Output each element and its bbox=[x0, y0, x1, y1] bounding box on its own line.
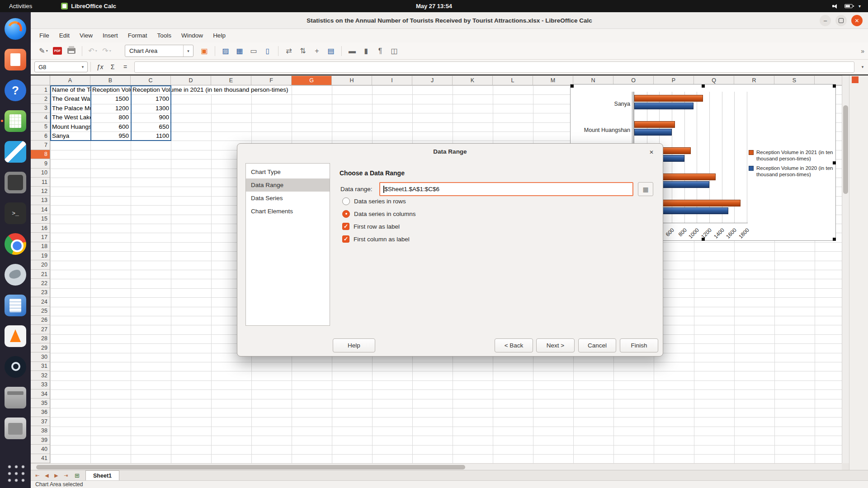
option-first-column-as-label[interactable]: First column as label bbox=[342, 235, 416, 243]
column-header-q[interactable]: Q bbox=[694, 76, 734, 85]
automatic-layout-icon[interactable]: ◫ bbox=[388, 45, 401, 57]
row-header-21[interactable]: 21 bbox=[31, 270, 50, 279]
row-header-32[interactable]: 32 bbox=[31, 371, 50, 380]
row-header-31[interactable]: 31 bbox=[31, 362, 50, 371]
row-header-9[interactable]: 9 bbox=[31, 159, 50, 168]
dialog-step-chart-elements[interactable]: Chart Elements bbox=[246, 205, 330, 218]
dialog-step-data-range[interactable]: Data Range bbox=[246, 178, 330, 192]
clock[interactable]: May 27 13:54 bbox=[416, 3, 452, 9]
checkbox-control[interactable] bbox=[342, 223, 349, 230]
previous-sheet-button[interactable]: ◀ bbox=[42, 470, 52, 481]
horizontal-scrollbar[interactable] bbox=[31, 463, 842, 470]
column-header-k[interactable]: K bbox=[453, 76, 493, 85]
steam-icon[interactable] bbox=[5, 356, 26, 378]
sheet-tab-sheet1[interactable]: Sheet1 bbox=[85, 470, 119, 480]
select-all-corner[interactable] bbox=[31, 75, 50, 85]
horizontal-grids-icon[interactable]: ▤ bbox=[325, 45, 337, 57]
redo-icon[interactable]: ↷▾ bbox=[100, 45, 113, 57]
column-header-l[interactable]: L bbox=[493, 76, 533, 85]
option-data-series-in-rows[interactable]: Data series in rows bbox=[342, 197, 416, 205]
cell-a1[interactable]: Name of the Tourist Attraction bbox=[50, 85, 90, 94]
chart-element-selector[interactable]: Chart Area ▾ bbox=[125, 45, 193, 57]
undo-icon[interactable]: ↶▾ bbox=[86, 45, 99, 57]
finish-button[interactable]: Finish bbox=[620, 338, 658, 352]
row-header-2[interactable]: 2 bbox=[31, 94, 50, 103]
legend-on-off-icon[interactable]: ▯ bbox=[261, 45, 274, 57]
row-header-25[interactable]: 25 bbox=[31, 306, 50, 315]
option-first-row-as-label[interactable]: First row as label bbox=[342, 222, 416, 230]
row-header-10[interactable]: 10 bbox=[31, 169, 50, 178]
column-header-f[interactable]: F bbox=[251, 76, 292, 85]
cell-a5[interactable]: Mount Huangshan bbox=[50, 122, 90, 131]
cell-b6[interactable]: 950 bbox=[90, 131, 131, 141]
column-header-c[interactable]: C bbox=[131, 76, 171, 85]
bar-2020-1[interactable] bbox=[634, 103, 693, 109]
row-header-30[interactable]: 30 bbox=[31, 352, 50, 361]
vertical-scroll-thumb[interactable] bbox=[843, 105, 848, 194]
vlc-icon[interactable] bbox=[5, 325, 26, 347]
add-sheet-button[interactable]: ⊞ bbox=[72, 470, 82, 481]
archive-manager-icon[interactable] bbox=[5, 387, 26, 408]
files-icon[interactable] bbox=[5, 418, 26, 439]
column-header-r[interactable]: R bbox=[734, 76, 774, 85]
activities-button[interactable]: Activities bbox=[9, 3, 32, 9]
system-tray[interactable]: ▾ bbox=[832, 4, 861, 9]
menu-file[interactable]: File bbox=[34, 29, 54, 42]
formula-input[interactable] bbox=[134, 61, 854, 73]
cell-a2[interactable]: The Great Wall bbox=[50, 94, 90, 103]
row-header-34[interactable]: 34 bbox=[31, 389, 50, 399]
help-icon[interactable]: ? bbox=[5, 80, 26, 101]
game-icon[interactable] bbox=[5, 264, 26, 286]
function-wizard-button[interactable]: ƒx bbox=[94, 61, 106, 73]
row-header-28[interactable]: 28 bbox=[31, 334, 50, 343]
name-box-dropdown-icon[interactable]: ▾ bbox=[78, 65, 87, 69]
terminal-dark-icon[interactable]: >_ bbox=[5, 202, 26, 224]
row-header-41[interactable]: 41 bbox=[31, 454, 50, 463]
column-header-g[interactable]: G bbox=[292, 76, 332, 85]
print-icon[interactable] bbox=[65, 45, 78, 57]
column-header-b[interactable]: B bbox=[90, 76, 131, 85]
cell-c4[interactable]: 900 bbox=[131, 113, 171, 122]
bar-2021-2[interactable] bbox=[634, 121, 675, 128]
row-header-40[interactable]: 40 bbox=[31, 445, 50, 454]
cell-b2[interactable]: 1500 bbox=[90, 94, 131, 103]
vscode-icon[interactable] bbox=[5, 141, 26, 163]
row-header-23[interactable]: 23 bbox=[31, 288, 50, 297]
text-direction-icon[interactable]: ¶ bbox=[374, 45, 387, 57]
option-data-series-in-columns[interactable]: Data series in columns bbox=[342, 210, 416, 218]
column-header-j[interactable]: J bbox=[412, 76, 453, 85]
selection-handle[interactable] bbox=[833, 84, 836, 88]
cell-c6[interactable]: 1100 bbox=[131, 131, 171, 141]
cancel-button[interactable]: Cancel bbox=[578, 338, 616, 352]
firefox-icon[interactable] bbox=[5, 18, 26, 40]
column-header-h[interactable]: H bbox=[332, 76, 372, 85]
column-header-o[interactable]: O bbox=[613, 76, 654, 85]
menu-insert[interactable]: Insert bbox=[98, 29, 123, 42]
row-header-27[interactable]: 27 bbox=[31, 325, 50, 334]
name-box[interactable]: G8 ▾ bbox=[34, 61, 88, 72]
cell-c3[interactable]: 1300 bbox=[131, 104, 171, 113]
row-header-20[interactable]: 20 bbox=[31, 260, 50, 269]
menu-view[interactable]: View bbox=[75, 29, 98, 42]
row-header-3[interactable]: 3 bbox=[31, 104, 50, 113]
menu-format[interactable]: Format bbox=[123, 29, 152, 42]
row-header-14[interactable]: 14 bbox=[31, 205, 50, 214]
row-header-29[interactable]: 29 bbox=[31, 343, 50, 352]
help-button[interactable]: Help bbox=[333, 338, 375, 352]
column-header-e[interactable]: E bbox=[211, 76, 251, 85]
row-header-22[interactable]: 22 bbox=[31, 279, 50, 288]
row-header-15[interactable]: 15 bbox=[31, 214, 50, 223]
toolbar-overflow-button[interactable]: » bbox=[861, 42, 864, 60]
shrink-range-button[interactable]: ▦ bbox=[638, 182, 653, 196]
row-header-26[interactable]: 26 bbox=[31, 316, 50, 325]
menu-window[interactable]: Window bbox=[176, 29, 208, 42]
row-header-37[interactable]: 37 bbox=[31, 417, 50, 426]
legend-entry[interactable]: Reception Volume in 2021 (in ten thousan… bbox=[749, 150, 835, 162]
row-header-13[interactable]: 13 bbox=[31, 196, 50, 205]
selection-handle[interactable] bbox=[571, 84, 574, 88]
row-header-33[interactable]: 33 bbox=[31, 380, 50, 389]
sum-button[interactable]: Σ bbox=[107, 61, 118, 73]
row-header-18[interactable]: 18 bbox=[31, 242, 50, 251]
libreoffice-writer-icon[interactable] bbox=[5, 295, 26, 316]
format-selection-icon[interactable]: ▣ bbox=[198, 45, 211, 57]
